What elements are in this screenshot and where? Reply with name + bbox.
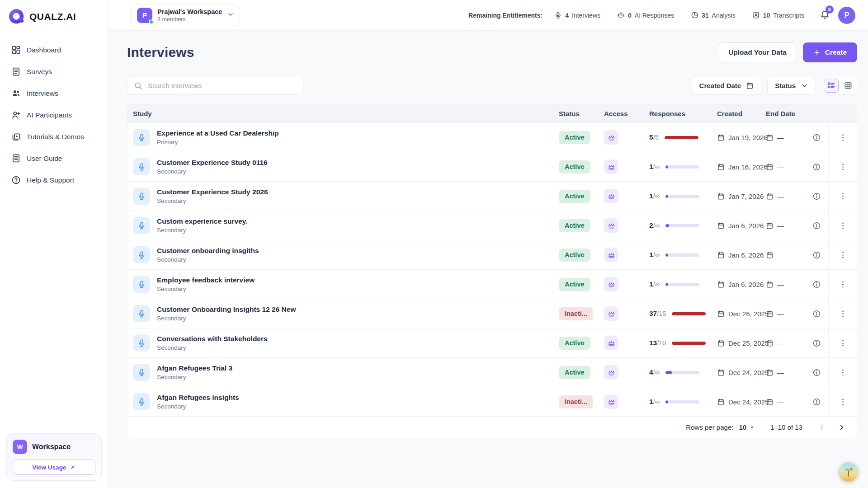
row-menu-icon[interactable] [839, 221, 847, 230]
entitlements-label: Remaining Entitlements: [468, 12, 542, 19]
previous-page-button[interactable] [818, 423, 826, 432]
created-date-filter-button[interactable]: Created Date [692, 76, 762, 95]
column-access: Access [599, 110, 644, 117]
info-icon[interactable] [812, 398, 821, 406]
table-row[interactable]: Employee feedback interview Secondary Ac… [127, 269, 857, 299]
study-subtitle: Secondary [157, 344, 268, 351]
sidebar-item-interviews[interactable]: Interviews [5, 84, 104, 103]
sidebar-item-tutorials-demos[interactable]: Tutorials & Demos [5, 127, 104, 146]
calendar-icon [746, 82, 754, 89]
info-icon[interactable] [812, 310, 821, 318]
row-menu-icon[interactable] [839, 339, 847, 347]
sidebar-item-label: Dashboard [27, 46, 61, 54]
notifications-button[interactable]: 6 [820, 9, 830, 21]
view-usage-button[interactable]: View Usage [13, 460, 95, 475]
upload-data-button[interactable]: Upload Your Data [718, 42, 797, 62]
crown-access-icon [604, 248, 618, 262]
end-date: — [777, 134, 784, 141]
created-date: Jan 6, 2026 [728, 222, 764, 230]
sidebar-item-surveys[interactable]: Surveys [5, 62, 104, 81]
row-menu-icon[interactable] [839, 398, 847, 406]
info-icon[interactable] [812, 339, 821, 347]
study-title[interactable]: Customer Experience Study 0116 [157, 159, 268, 167]
beach-widget-button[interactable] [839, 462, 858, 481]
calendar-icon [766, 281, 774, 288]
create-button[interactable]: Create [803, 42, 857, 62]
user-avatar[interactable]: P [838, 7, 855, 24]
search-input[interactable] [148, 82, 297, 89]
progress-fill [672, 312, 706, 315]
study-title[interactable]: Conversations with Stakeholders [157, 335, 268, 343]
status-badge: Inacti... [559, 307, 593, 320]
rows-per-page-label: Rows per page: [686, 423, 733, 431]
rows-per-page-select[interactable]: 10 [739, 423, 755, 431]
table-footer: Rows per page: 10 1–10 of 13 [127, 416, 857, 438]
study-title[interactable]: Afgan Refugees Trial 3 [157, 364, 232, 372]
table-row[interactable]: Afgan Refugees Trial 3 Secondary Active [127, 357, 857, 387]
notification-count-badge: 6 [826, 5, 834, 14]
responses-count: 2 [649, 221, 653, 230]
responses-total: /15 [657, 310, 666, 317]
info-icon[interactable] [812, 192, 821, 201]
calendar-icon [717, 310, 725, 318]
column-end-date: End Date [760, 110, 805, 117]
end-date: — [777, 339, 784, 347]
entitlement-name: Transcripts [773, 12, 804, 19]
workspace-selector[interactable]: P Prajwal's Workspace 3 members [131, 5, 240, 26]
study-title[interactable]: Customer onboarding insgiths [157, 247, 259, 255]
table-row[interactable]: Customer onboarding insgiths Secondary A… [127, 240, 857, 269]
row-menu-icon[interactable] [839, 192, 847, 201]
study-title[interactable]: Customer Experience Study 2026 [157, 188, 268, 196]
row-menu-icon[interactable] [839, 280, 847, 289]
status-filter-button[interactable]: Status [767, 76, 816, 95]
study-title[interactable]: Customer Onboarding Insights 12 26 New [157, 305, 296, 314]
row-menu-icon[interactable] [839, 368, 847, 377]
sidebar-item-user-guide[interactable]: User Guide [5, 149, 104, 168]
logo-text: QUALZ.AI [29, 11, 76, 22]
info-icon[interactable] [812, 368, 821, 377]
next-page-button[interactable] [838, 423, 846, 432]
row-menu-icon[interactable] [839, 133, 847, 142]
info-icon[interactable] [812, 163, 821, 171]
info-icon[interactable] [812, 251, 821, 259]
progress-bar [665, 165, 699, 169]
row-menu-icon[interactable] [839, 251, 847, 259]
study-title[interactable]: Afgan Refugees insights [157, 394, 239, 402]
table-row[interactable]: Conversations with Stakeholders Secondar… [127, 328, 857, 357]
table-row[interactable]: Experience at a Used Car Dealership Prim… [127, 122, 857, 152]
sidebar-item-label: Surveys [27, 68, 52, 76]
calendar-icon [766, 163, 774, 171]
calendar-icon [717, 134, 725, 141]
study-title[interactable]: Custom experience survey. [157, 217, 247, 225]
entitlement-count: 0 [628, 12, 632, 19]
list-view-button[interactable] [824, 79, 839, 93]
responses-total: /5 [653, 134, 659, 141]
sidebar-item-ai-participants[interactable]: AI Participants [5, 106, 104, 124]
crown-access-icon [604, 218, 618, 233]
table-row[interactable]: Customer Onboarding Insights 12 26 New S… [127, 299, 857, 328]
row-menu-icon[interactable] [839, 310, 847, 318]
table-row[interactable]: Customer Experience Study 0116 Secondary… [127, 152, 857, 181]
status-badge: Active [559, 337, 590, 350]
study-subtitle: Secondary [157, 168, 268, 175]
table-row[interactable]: Custom experience survey. Secondary Acti… [127, 211, 857, 240]
sidebar-item-label: AI Participants [27, 111, 72, 119]
calendar-icon [717, 192, 725, 200]
sidebar-item-label: User Guide [27, 155, 62, 163]
study-title[interactable]: Employee feedback interview [157, 276, 255, 284]
end-date: — [777, 222, 784, 230]
grid-view-button[interactable] [840, 79, 855, 93]
sidebar-item-help-support[interactable]: Help & Support [5, 171, 104, 189]
progress-bar [665, 371, 699, 374]
sidebar-item-dashboard[interactable]: Dashboard [5, 41, 104, 59]
info-icon[interactable] [812, 280, 821, 289]
info-icon[interactable] [812, 133, 821, 142]
table-row[interactable]: Customer Experience Study 2026 Secondary… [127, 181, 857, 211]
study-title[interactable]: Experience at a Used Car Dealership [157, 129, 279, 137]
info-icon[interactable] [812, 221, 821, 230]
responses-total: /∞ [653, 369, 660, 376]
row-menu-icon[interactable] [839, 163, 847, 171]
study-subtitle: Secondary [157, 197, 268, 204]
app-logo[interactable]: QUALZ.AI [0, 0, 108, 25]
table-row[interactable]: Afgan Refugees insights Secondary Inacti… [127, 387, 857, 416]
